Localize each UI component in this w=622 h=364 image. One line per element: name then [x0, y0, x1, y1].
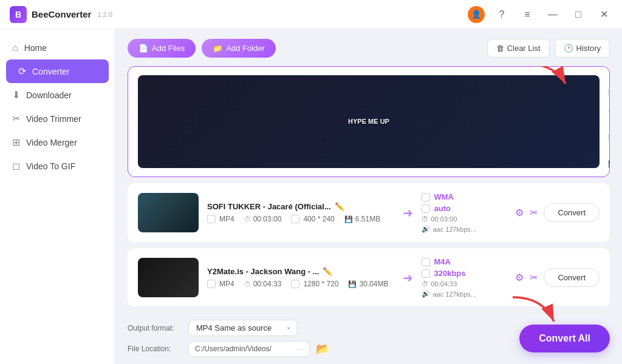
- converter-icon: ⟳: [18, 66, 26, 77]
- close-icon[interactable]: ✕: [595, 6, 612, 23]
- file-card-3: Y2Mate.is - Jackson Wang - ... ✏️ MP4 ⏱ …: [128, 248, 610, 306]
- out-clock-icon-3: ⏱: [422, 280, 428, 288]
- file-path-text: C:/Users/admin/Videos/: [195, 345, 272, 353]
- sidebar-item-converter[interactable]: ⟳ Converter: [6, 59, 109, 83]
- duration-meta-3: ⏱ 00:04:33: [244, 280, 282, 288]
- menu-icon[interactable]: ≡: [519, 6, 536, 23]
- output-format-select[interactable]: MP4 Same as source: [188, 320, 298, 336]
- folder-open-icon[interactable]: 📂: [316, 342, 329, 356]
- home-icon: ⌂: [12, 42, 18, 53]
- toolbar-right: 🗑 Clear List 🕐 History: [487, 39, 610, 58]
- audio-icon-3: 🔊: [422, 290, 430, 298]
- size-meta-2: 💾 6.51MB: [344, 215, 380, 223]
- sidebar-item-video-to-gif[interactable]: ◻ Video To GIF: [0, 154, 115, 178]
- out-checkbox-2: [422, 193, 430, 201]
- file-location-label: File Location:: [128, 345, 182, 353]
- sidebar-item-label: Video Trimmer: [26, 114, 81, 124]
- output-format-row: Output format: MP4 Same as source: [128, 320, 329, 336]
- app-version: 1.2.0: [97, 11, 112, 18]
- app-name: BeeConverter: [32, 9, 91, 19]
- output-duration-3: ⏱ 00:04:33: [422, 280, 507, 288]
- size-icon-1: 💾: [608, 160, 610, 168]
- clock-icon-2: ⏱: [244, 215, 251, 223]
- sidebar-item-video-merger[interactable]: ⊞ Video Merger: [0, 130, 115, 154]
- minimize-icon[interactable]: —: [544, 6, 561, 23]
- clear-list-button[interactable]: 🗑 Clear List: [487, 39, 550, 58]
- thumb-sofi: [138, 193, 199, 232]
- settings-icon-2[interactable]: ⚙: [515, 207, 524, 218]
- sidebar-item-label: Video To GIF: [26, 161, 75, 171]
- downloader-icon: ⬇: [12, 89, 20, 101]
- avatar-icon[interactable]: 👤: [468, 6, 485, 23]
- output-audio-3: 🔊 aac 127kbps...: [422, 290, 507, 298]
- format-checkbox-3: [207, 280, 216, 288]
- path-more-icon[interactable]: ···: [297, 345, 303, 353]
- file-thumbnail-1: HYPE ME UP: [138, 75, 600, 168]
- thumb-jackson: [138, 258, 199, 297]
- edit-icon-2[interactable]: ✏️: [335, 202, 344, 211]
- output-format-row-3: M4A: [422, 257, 507, 266]
- settings-icon-3[interactable]: ⚙: [515, 272, 524, 283]
- gif-icon: ◻: [12, 160, 20, 172]
- convert-all-container: Convert All: [519, 325, 610, 352]
- file-list: HYPE ME UP Hype me up 🔋 i sure 100 you .…: [128, 66, 610, 306]
- audio-icon-2: 🔊: [422, 225, 430, 233]
- convert-all-button[interactable]: Convert All: [519, 325, 610, 352]
- history-icon: 🕐: [564, 44, 573, 53]
- file-thumbnail-3: [138, 258, 199, 297]
- res-checkbox-1: [608, 133, 610, 141]
- resolution-meta-3: 1280 * 720: [291, 280, 338, 288]
- help-icon[interactable]: ?: [493, 6, 510, 23]
- file-info-2: SOFI TUKKER - Jacaré (Official... ✏️ MP4…: [207, 202, 394, 223]
- sidebar-item-downloader[interactable]: ⬇ Downloader: [0, 83, 115, 107]
- output-duration-2: ⏱ 00:03:00: [422, 215, 507, 223]
- title-bar: B BeeConverter 1.2.0 👤 ? ≡ — □ ✕: [0, 0, 622, 29]
- file-thumbnail-2: [138, 193, 199, 232]
- bit-checkbox-3: [422, 269, 430, 278]
- file-meta-3: MP4 ⏱ 00:04:33 1280 * 720 💾 30.04MB: [207, 280, 394, 288]
- output-format-row-2: WMA: [422, 192, 507, 201]
- add-folder-icon: 📁: [213, 44, 222, 53]
- duration-meta-1: ⏱ 00:42:13: [608, 106, 610, 115]
- size-meta-1: 💾 43.20MB: [608, 160, 610, 168]
- scissors-icon-2[interactable]: ✂: [530, 207, 538, 218]
- toolbar: 📄 Add Files 📁 Add Folder 🗑 Clear List 🕐 …: [128, 39, 610, 58]
- file-path-box[interactable]: C:/Users/admin/Videos/ ···: [188, 341, 310, 357]
- add-files-icon: 📄: [138, 44, 148, 53]
- file-meta-2: MP4 ⏱ 00:03:00 400 * 240 💾 6.51MB: [207, 215, 394, 223]
- add-folder-button[interactable]: 📁 Add Folder: [202, 39, 276, 58]
- main-layout: ⌂ Home ⟳ Converter ⬇ Downloader ✂ Video …: [0, 29, 622, 364]
- sidebar-item-label: Video Merger: [26, 138, 77, 147]
- sidebar-item-home[interactable]: ⌂ Home: [0, 36, 115, 59]
- res-checkbox-3: [291, 280, 299, 288]
- convert-button-2[interactable]: Convert: [544, 203, 600, 222]
- clock-icon-3: ⏱: [244, 280, 251, 288]
- resolution-meta-1: 426 * 240: [608, 124, 610, 150]
- edit-icon-3[interactable]: ✏️: [323, 267, 332, 276]
- clock-icon-1: ⏱: [608, 107, 610, 114]
- output-bitrate-row-2: auto: [422, 204, 507, 213]
- maximize-icon[interactable]: □: [570, 6, 587, 23]
- file-info-3: Y2Mate.is - Jackson Wang - ... ✏️ MP4 ⏱ …: [207, 267, 394, 288]
- output-audio-2: 🔊 aac 127kbps...: [422, 225, 507, 233]
- output-format-label: Output format:: [128, 324, 182, 332]
- history-button[interactable]: 🕐 History: [555, 39, 610, 58]
- merger-icon: ⊞: [12, 136, 20, 148]
- scissors-icon-3[interactable]: ✂: [530, 272, 538, 283]
- sidebar-item-video-trimmer[interactable]: ✂ Video Trimmer: [0, 107, 115, 130]
- convert-arrow-2: ➜: [403, 206, 413, 220]
- duration-meta-2: ⏱ 00:03:00: [244, 215, 282, 223]
- title-left: B BeeConverter 1.2.0: [10, 6, 112, 23]
- convert-button-3[interactable]: Convert: [544, 268, 600, 287]
- trimmer-icon: ✂: [12, 113, 20, 124]
- sidebar-item-label: Downloader: [26, 90, 72, 100]
- file-name-2: SOFI TUKKER - Jacaré (Official... ✏️: [207, 202, 389, 211]
- size-icon-3: 💾: [348, 280, 357, 288]
- size-icon-2: 💾: [344, 215, 353, 223]
- file-card-1: HYPE ME UP Hype me up 🔋 i sure 100 you .…: [128, 66, 610, 177]
- convert-arrow-3: ➜: [403, 271, 413, 285]
- format-checkbox-1: [608, 88, 610, 96]
- file-name-3: Y2Mate.is - Jackson Wang - ... ✏️: [207, 267, 389, 276]
- bottom-bar: Output format: MP4 Same as source File L…: [128, 314, 610, 357]
- add-files-button[interactable]: 📄 Add Files: [128, 39, 196, 58]
